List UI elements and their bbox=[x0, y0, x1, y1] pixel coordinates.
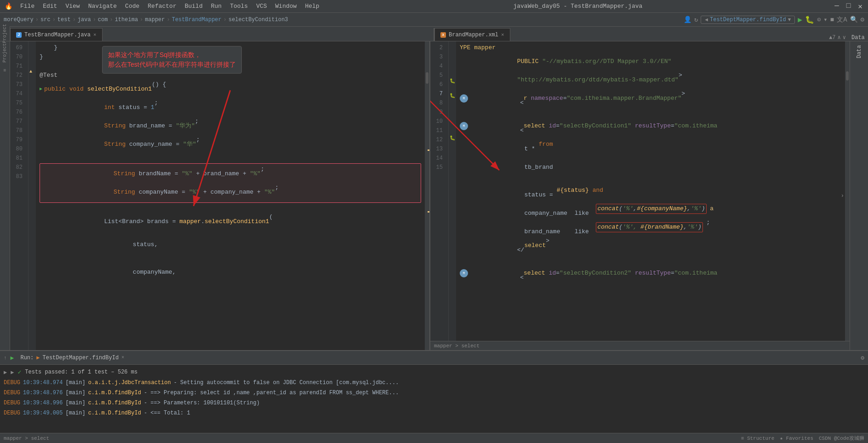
close-button[interactable]: ✕ bbox=[856, 2, 864, 11]
translate-icon[interactable]: 文A bbox=[837, 16, 847, 24]
settings-icon[interactable]: ⚙ bbox=[861, 16, 864, 23]
java-file-icon: J bbox=[16, 32, 22, 38]
breadcrumb-mapper[interactable]: mapper bbox=[145, 17, 165, 23]
right-code-line-2: YPE mapper bbox=[460, 43, 841, 52]
right-code-line-11: company_name like concat('%',#{companyNa… bbox=[460, 200, 841, 218]
breadcrumb-com[interactable]: com bbox=[98, 17, 108, 23]
more-run-button[interactable]: ▾ bbox=[823, 16, 827, 23]
menu-view[interactable]: View bbox=[62, 2, 83, 11]
menu-navigate[interactable]: Navigate bbox=[85, 2, 120, 11]
right-scrollbar[interactable] bbox=[845, 41, 850, 341]
breadcrumb-method[interactable]: selectByCondition3 bbox=[228, 17, 288, 23]
project-label: Project bbox=[2, 24, 7, 43]
minimize-button[interactable]: — bbox=[833, 2, 841, 11]
breadcrumb-itheima[interactable]: itheima bbox=[115, 17, 138, 23]
log-line-2: DEBUG 10:39:48.976 [main] c.i.m.D.findBy… bbox=[4, 388, 864, 398]
expand-arrow[interactable]: ▶ bbox=[4, 369, 7, 376]
left-scrollbar-thumb[interactable] bbox=[426, 72, 428, 84]
close-brandmapper-xml[interactable]: × bbox=[501, 32, 504, 38]
breadcrumb-bar: moreQuery › src › test › java › com › it… bbox=[0, 13, 868, 27]
code-line-78: String brandName = "%" + brand_name + "%… bbox=[42, 165, 419, 183]
code-line-83: companyName, bbox=[40, 259, 421, 286]
warn-nav-up[interactable]: ∧ bbox=[838, 34, 841, 41]
tab-brandmapper-xml[interactable]: X BrandMapper.xml × bbox=[434, 28, 510, 41]
run-tab[interactable]: Run: ▶ TestDeptMapper.findById × bbox=[17, 354, 127, 361]
warn-indicator-2 bbox=[428, 211, 429, 213]
close-run-tab[interactable]: × bbox=[121, 355, 124, 360]
log-line-1: DEBUG 10:39:48.974 [main] o.a.i.t.j.Jdbc… bbox=[4, 378, 864, 388]
menu-run[interactable]: Run bbox=[207, 2, 225, 11]
close-testbrandmapper[interactable]: × bbox=[93, 32, 97, 38]
project-sidebar-label[interactable]: Project bbox=[2, 43, 7, 63]
left-code-content[interactable]: } } @Test ▶ bbox=[36, 41, 425, 350]
concat-box-2: concat('%', #{brandName},'%') bbox=[596, 222, 702, 232]
bottom-content: ▶ ▶ ✓ Tests passed: 1 of 1 test – 526 ms… bbox=[0, 365, 868, 433]
right-editor-breadcrumb: mapper > select bbox=[430, 341, 850, 350]
bottom-settings-icon[interactable]: ⚙ bbox=[861, 354, 864, 362]
expand-right-icon[interactable]: › bbox=[841, 193, 844, 199]
right-code-line-6 bbox=[460, 108, 841, 117]
code-line-73: ▶ public void selectByCondition1() { bbox=[40, 80, 421, 98]
favorites-icon-bottom[interactable]: ★ Favorites bbox=[780, 435, 813, 441]
code-line-77 bbox=[40, 154, 421, 163]
window-controls: — □ ✕ bbox=[833, 2, 864, 11]
status-bar: mapper > select ≡ Structure ★ Favorites … bbox=[0, 433, 868, 443]
concat-box-1: concat('%',#{companyName},'%') bbox=[596, 204, 706, 214]
right-code-content[interactable]: YPE mapper PUBLIC "-//mybatis.org//DTD M… bbox=[456, 41, 845, 341]
right-code-line-15: M <select id="selectByCondition2" result… bbox=[460, 264, 841, 282]
search-icon[interactable]: 🔍 bbox=[850, 16, 858, 23]
menu-edit[interactable]: Edit bbox=[39, 2, 61, 11]
breadcrumb-testbrandmapper[interactable]: TestBrandMapper bbox=[172, 17, 222, 23]
menu-tools[interactable]: Tools bbox=[226, 2, 251, 11]
menu-build[interactable]: Build bbox=[181, 2, 206, 11]
menu-refactor[interactable]: Refactor bbox=[144, 2, 180, 11]
code-line-75: String brand_name = "华为"; bbox=[40, 117, 421, 135]
run-arrow-icon[interactable]: ▶ bbox=[40, 85, 42, 94]
run-icon-bottom: ▶ bbox=[11, 354, 14, 362]
warning-gutter-icon: ▲ bbox=[29, 69, 32, 74]
data-panel-title: Data bbox=[856, 45, 862, 58]
refresh-icon[interactable]: ↻ bbox=[694, 16, 698, 23]
window-title: javaWeb_day05 - TestBrandMapper.java bbox=[324, 3, 832, 10]
right-gutter: 🐛 🐛 🐛 bbox=[449, 41, 456, 341]
left-gutter: ▲ bbox=[29, 41, 36, 350]
menu-file[interactable]: File bbox=[17, 2, 38, 11]
right-code-line-8: t * from bbox=[460, 135, 841, 154]
breadcrumb-src[interactable]: src bbox=[40, 17, 51, 23]
breadcrumb-test[interactable]: test bbox=[57, 17, 71, 23]
breadcrumb-morequery[interactable]: moreQuery bbox=[4, 17, 34, 23]
tab-testbrandmapper[interactable]: J TestBrandMapper.java × bbox=[10, 28, 103, 41]
debug-button[interactable]: 🐛 bbox=[805, 15, 814, 24]
stop-button[interactable]: ■ bbox=[830, 16, 834, 23]
log-line-3: DEBUG 10:39:48.996 [main] c.i.m.D.findBy… bbox=[4, 398, 864, 408]
right-line-numbers: 2 3 4 5 6 7 8 9 10 11 12 13 14 15 bbox=[430, 41, 449, 341]
status-right: ≡ Structure ★ Favorites CSDN @Code攻城狮 bbox=[741, 435, 864, 442]
mapper-breadcrumb: mapper > select bbox=[4, 436, 49, 441]
run-button[interactable]: ▶ bbox=[798, 15, 802, 24]
maximize-button[interactable]: □ bbox=[845, 2, 853, 11]
expand-arrow2[interactable]: ▶ bbox=[11, 369, 14, 376]
person-icon[interactable]: 👤 bbox=[684, 16, 691, 23]
nav-dropdown[interactable]: ◀ TestDeptMapper.findById ▼ bbox=[701, 16, 795, 24]
menu-help[interactable]: Help bbox=[301, 2, 323, 11]
right-code-line-14 bbox=[460, 255, 841, 264]
expand-icon[interactable]: ↑ bbox=[4, 355, 7, 361]
left-scrollbar[interactable] bbox=[425, 41, 429, 350]
breadcrumb-java[interactable]: java bbox=[78, 17, 91, 23]
structure-icon-bottom[interactable]: ≡ Structure bbox=[741, 436, 775, 441]
menu-vcs[interactable]: VCS bbox=[252, 2, 270, 11]
log-line-4: DEBUG 10:39:49.005 [main] c.i.m.D.findBy… bbox=[4, 408, 864, 418]
warn-nav-down[interactable]: ∨ bbox=[843, 34, 846, 41]
bottom-tab-bar: ↑ ▶ Run: ▶ TestDeptMapper.findById × ⚙ bbox=[0, 351, 868, 365]
code-line-80 bbox=[40, 203, 421, 213]
menu-code[interactable]: Code bbox=[121, 2, 143, 11]
right-code-line-13: </select> bbox=[460, 236, 841, 255]
menu-window[interactable]: Window bbox=[272, 2, 301, 11]
data-panel-spacer: Data bbox=[850, 34, 868, 41]
tab-bar: Project J TestBrandMapper.java × X Brand… bbox=[0, 27, 868, 41]
pass-icon: ✓ bbox=[17, 368, 21, 376]
code-line-81: List<Brand> brands = mapper.selectByCond… bbox=[40, 213, 421, 231]
structure-sidebar-icon[interactable]: ≡ bbox=[3, 68, 6, 73]
coverage-button[interactable]: ⊙ bbox=[817, 16, 821, 23]
right-scrollbar-thumb[interactable] bbox=[846, 71, 849, 81]
